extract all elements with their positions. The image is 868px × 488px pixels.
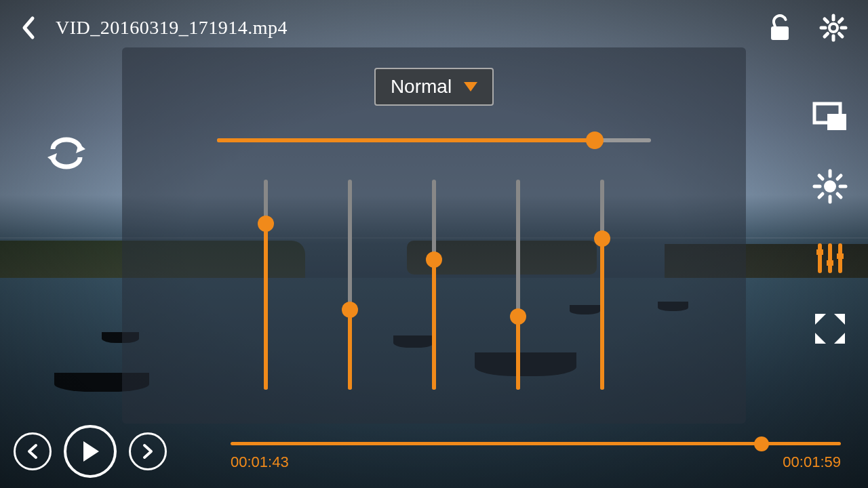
svg-line-20 xyxy=(837,194,841,197)
next-icon xyxy=(142,443,154,460)
svg-rect-26 xyxy=(816,249,823,255)
svg-marker-29 xyxy=(815,314,826,325)
pip-icon xyxy=(812,102,848,131)
back-icon xyxy=(20,16,35,40)
duration-time: 00:01:59 xyxy=(783,453,841,471)
eq-band-3[interactable] xyxy=(432,180,436,390)
svg-rect-0 xyxy=(771,26,789,40)
equalizer-button[interactable] xyxy=(813,241,847,275)
eq-gain-slider[interactable] xyxy=(217,138,651,142)
svg-marker-33 xyxy=(83,441,99,462)
play-icon xyxy=(80,440,100,463)
prev-icon xyxy=(26,443,39,460)
equalizer-icon xyxy=(813,241,847,275)
seek-area: 00:01:43 00:01:59 xyxy=(231,442,841,471)
svg-point-1 xyxy=(829,24,837,32)
svg-line-19 xyxy=(819,176,823,179)
eq-gain-thumb[interactable] xyxy=(586,131,604,149)
expand-icon xyxy=(814,312,846,345)
play-button[interactable] xyxy=(64,425,117,478)
seek-thumb[interactable] xyxy=(754,436,769,451)
svg-marker-32 xyxy=(834,333,845,344)
chevron-down-icon xyxy=(464,82,477,92)
current-time: 00:01:43 xyxy=(231,453,289,471)
svg-rect-28 xyxy=(837,253,844,259)
eq-bands xyxy=(264,180,604,390)
equalizer-panel: Normal xyxy=(122,47,746,424)
next-button[interactable] xyxy=(129,432,167,470)
svg-rect-13 xyxy=(827,114,846,130)
settings-button[interactable] xyxy=(819,14,848,42)
eq-preset-label: Normal xyxy=(391,76,452,98)
eq-band-5[interactable] xyxy=(600,180,604,390)
video-player: VID_20160319_171914.mp4 xyxy=(0,0,868,488)
svg-line-6 xyxy=(825,19,828,22)
svg-line-7 xyxy=(840,34,843,37)
svg-rect-27 xyxy=(827,260,833,266)
header-bar: VID_20160319_171914.mp4 xyxy=(20,14,848,42)
eq-preset-dropdown[interactable]: Normal xyxy=(374,68,494,106)
loop-button[interactable] xyxy=(47,136,85,171)
eq-band-1[interactable] xyxy=(264,180,268,390)
lock-button[interactable] xyxy=(768,14,792,41)
brightness-button[interactable] xyxy=(812,169,848,204)
svg-marker-31 xyxy=(815,333,826,344)
brightness-icon xyxy=(812,169,848,204)
fullscreen-button[interactable] xyxy=(814,312,846,345)
gear-icon xyxy=(819,14,848,42)
back-button[interactable] xyxy=(20,16,35,40)
svg-line-21 xyxy=(837,176,841,179)
svg-point-14 xyxy=(824,180,836,192)
eq-gain-fill xyxy=(217,138,595,142)
video-filename: VID_20160319_171914.mp4 xyxy=(56,17,288,39)
pip-button[interactable] xyxy=(812,102,848,131)
svg-line-8 xyxy=(840,19,843,22)
eq-band-2[interactable] xyxy=(348,180,352,390)
previous-button[interactable] xyxy=(14,432,52,470)
svg-marker-30 xyxy=(834,314,845,325)
svg-line-22 xyxy=(819,194,823,197)
svg-line-9 xyxy=(825,34,828,37)
eq-band-4[interactable] xyxy=(516,180,520,390)
unlock-icon xyxy=(768,14,792,41)
seek-bar[interactable] xyxy=(231,442,841,445)
loop-icon xyxy=(47,136,85,171)
playback-controls xyxy=(14,425,167,478)
